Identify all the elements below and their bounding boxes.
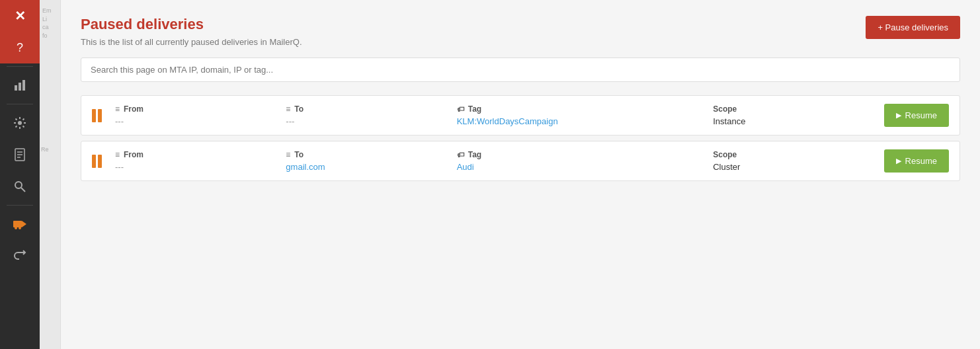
tag-value-2: Audi	[457, 162, 714, 172]
search-input[interactable]	[81, 58, 960, 82]
from-header-2: ≡ From	[115, 150, 286, 159]
to-header-2: ≡ To	[286, 150, 456, 159]
play-icon-2: ▶	[896, 157, 901, 165]
scope-label-2: Scope	[713, 150, 737, 159]
to-label-1: To	[294, 104, 304, 114]
sidebar-divider-1	[7, 66, 33, 67]
page-title: Paused deliveries	[81, 16, 302, 33]
resume-label-1: Resume	[905, 110, 937, 120]
left-panel-content-2: Re	[41, 145, 49, 154]
to-label-2: To	[294, 150, 304, 159]
tag-header-icon-1: 🏷	[457, 105, 464, 113]
pause-indicator-1	[92, 109, 102, 122]
share-icon	[13, 249, 26, 262]
close-button[interactable]: ✕	[0, 0, 40, 32]
col-from-2: ≡ From ---	[115, 150, 286, 172]
help-button[interactable]: ?	[0, 32, 40, 63]
pause-bar-right-2	[98, 155, 102, 168]
table-row: ≡ From --- ≡ To gmail.com 🏷 Tag Audi Sco…	[81, 141, 960, 181]
scope-value-1: Instance	[713, 116, 883, 126]
svg-point-13	[19, 227, 21, 229]
chart-icon	[13, 79, 26, 92]
sidebar-item-share[interactable]	[0, 240, 40, 272]
to-header-1: ≡ To	[286, 104, 456, 114]
tag-value-1: KLM:WorldDaysCampaign	[457, 116, 714, 126]
scope-value-2: Cluster	[713, 162, 883, 172]
resume-button-1[interactable]: ▶ Resume	[884, 104, 949, 127]
col-from-1: ≡ From ---	[115, 104, 286, 126]
svg-rect-0	[15, 85, 17, 91]
svg-rect-1	[19, 83, 21, 91]
sidebar-item-reports[interactable]	[0, 139, 40, 171]
scope-header-1: Scope	[713, 104, 883, 114]
svg-line-9	[21, 188, 25, 192]
table-row: ≡ From --- ≡ To --- 🏷 Tag KLM:WorldDaysC…	[81, 95, 960, 136]
sidebar-divider-2	[7, 104, 33, 104]
close-icon: ✕	[15, 8, 26, 24]
sidebar-item-analytics[interactable]	[0, 69, 40, 101]
svg-point-12	[15, 227, 17, 229]
svg-rect-10	[13, 221, 22, 227]
col-tag-1: 🏷 Tag KLM:WorldDaysCampaign	[457, 104, 714, 126]
tag-header-icon-2: 🏷	[457, 151, 464, 159]
to-value-2: gmail.com	[286, 162, 456, 172]
delivery-icon	[13, 218, 27, 230]
col-to-1: ≡ To ---	[286, 104, 456, 126]
pause-bars-2	[92, 155, 102, 168]
sidebar: ✕ ?	[0, 0, 40, 349]
pause-bar-left	[92, 109, 96, 122]
page-header: Paused deliveries This is the list of al…	[81, 16, 960, 47]
from-header-icon-1: ≡	[115, 104, 120, 114]
gear-icon	[13, 116, 26, 130]
tag-header-2: 🏷 Tag	[457, 150, 714, 159]
from-header-1: ≡ From	[115, 104, 286, 114]
play-icon-1: ▶	[896, 111, 901, 120]
resume-label-2: Resume	[905, 156, 937, 166]
tag-label-1: Tag	[468, 104, 481, 114]
sidebar-divider-3	[7, 205, 33, 206]
from-value-2: ---	[115, 162, 286, 172]
svg-point-8	[15, 182, 22, 188]
svg-marker-11	[22, 221, 26, 227]
header-left: Paused deliveries This is the list of al…	[81, 16, 302, 47]
resume-button-2[interactable]: ▶ Resume	[884, 149, 949, 173]
col-to-2: ≡ To gmail.com	[286, 150, 456, 172]
pause-deliveries-button[interactable]: + Pause deliveries	[866, 16, 960, 39]
svg-rect-2	[22, 80, 25, 91]
from-label-1: From	[124, 104, 143, 114]
svg-point-3	[18, 121, 22, 125]
to-value-1: ---	[286, 116, 456, 126]
col-scope-2: Scope Cluster	[713, 150, 883, 172]
col-action-1: ▶ Resume	[884, 104, 949, 127]
pause-bars-1	[92, 109, 102, 122]
tag-header-1: 🏷 Tag	[457, 104, 714, 114]
main-content: Paused deliveries This is the list of al…	[61, 0, 980, 349]
tag-label-2: Tag	[468, 150, 481, 159]
scope-header-2: Scope	[713, 150, 883, 159]
col-scope-1: Scope Instance	[713, 104, 883, 126]
page-subtitle: This is the list of all currently paused…	[81, 37, 302, 47]
sidebar-item-settings[interactable]	[0, 107, 40, 139]
question-icon: ?	[17, 41, 23, 55]
pause-bar-left-2	[92, 155, 96, 168]
scope-label-1: Scope	[713, 104, 737, 114]
sidebar-item-deliveries[interactable]	[0, 208, 40, 240]
search-icon	[13, 180, 26, 193]
document-icon	[14, 148, 26, 161]
pause-indicator-2	[92, 155, 102, 168]
to-header-icon-1: ≡	[286, 104, 290, 114]
from-header-icon-2: ≡	[115, 150, 120, 159]
left-panel-content: EmLicafo	[40, 0, 60, 46]
sidebar-item-search[interactable]	[0, 171, 40, 202]
col-tag-2: 🏷 Tag Audi	[457, 150, 714, 172]
col-action-2: ▶ Resume	[884, 149, 949, 173]
from-label-2: From	[124, 150, 143, 159]
pause-bar-right	[98, 109, 102, 122]
left-panel: EmLicafo Re	[40, 0, 61, 349]
to-header-icon-2: ≡	[286, 150, 290, 159]
from-value-1: ---	[115, 116, 286, 126]
